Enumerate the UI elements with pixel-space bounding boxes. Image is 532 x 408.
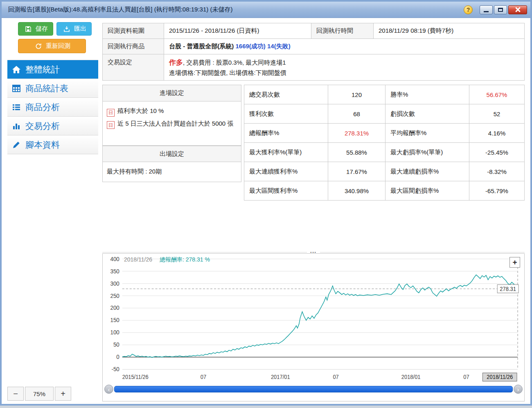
minimize-icon bbox=[484, 11, 489, 12]
stats-row: 總交易次數 120 勝率% 56.67% bbox=[244, 85, 525, 104]
product-result-link[interactable]: 1669(成功) 14(失敗) bbox=[236, 43, 291, 50]
sidebar-nav: 整體統計 商品統計表 商品分析 bbox=[7, 60, 98, 154]
titlebar: 回測報告[選股](Beta版):48.高殖利率且法人買超[台股] (執行時間:0… bbox=[2, 2, 530, 18]
maximize-button[interactable] bbox=[494, 5, 507, 14]
bar-chart-icon bbox=[11, 121, 21, 131]
zoom-in-button[interactable]: + bbox=[55, 387, 71, 401]
stat-label: 最大獲利率%(單筆) bbox=[244, 143, 328, 162]
entry-settings-header: 進場設定 bbox=[103, 85, 241, 101]
stat-label: 平均報酬率% bbox=[385, 124, 469, 143]
entry-rule-text: 近 5 日三大法人合計買超合計大於 5000 張 bbox=[117, 120, 233, 127]
backtest-info-table: 回測資料範圍 2015/11/26 - 2018/11/26 (日資料) 回測執… bbox=[102, 23, 525, 81]
stat-value: 340.98% bbox=[328, 181, 385, 201]
nav-label: 交易分析 bbox=[25, 120, 60, 132]
stats-row: 總報酬率% 278.31% 平均報酬率% 4.16% bbox=[244, 124, 525, 143]
chart-scroll-right-button[interactable]: › bbox=[514, 385, 523, 394]
home-icon bbox=[11, 65, 21, 74]
middle-section: 進場設定 日殖利率大於 10 % 日近 5 日三大法人合計買超合計大於 5000… bbox=[102, 85, 525, 201]
sidebar-item-product-analysis[interactable]: 商品分析 bbox=[7, 97, 98, 116]
stat-value: 4.16% bbox=[469, 124, 525, 143]
sidebar-item-trade-analysis[interactable]: 交易分析 bbox=[7, 116, 98, 135]
svg-text:0: 0 bbox=[116, 354, 119, 361]
stat-label: 最大區間虧損率% bbox=[385, 181, 469, 201]
export-icon bbox=[62, 24, 72, 34]
refresh-icon bbox=[34, 41, 43, 51]
overall-stats-table: 總交易次數 120 勝率% 56.67% 獲利次數 68 虧損次數 52 總報酬… bbox=[244, 85, 525, 201]
trade-line1-rest: , 交易費用 : 股票0.3%, 最大同時進場1 bbox=[183, 59, 286, 66]
close-icon bbox=[515, 7, 521, 12]
stats-row: 獲利次數 68 虧損次數 52 bbox=[244, 104, 525, 124]
total-return-readout: 總報酬率: 278.31 % bbox=[160, 256, 210, 263]
zoom-out-button[interactable]: − bbox=[7, 387, 24, 401]
info-value-trade: 作多, 交易費用 : 股票0.3%, 最大同時進場1 進場價格:下期開盤價, 出… bbox=[164, 54, 525, 81]
stat-label: 獲利次數 bbox=[244, 104, 328, 124]
chart-scroll-left-button[interactable]: ‹ bbox=[104, 385, 113, 394]
strategy-settings-panel: 進場設定 日殖利率大於 10 % 日近 5 日三大法人合計買超合計大於 5000… bbox=[102, 85, 241, 182]
zoom-controls: − 75% + bbox=[7, 387, 71, 401]
close-button[interactable] bbox=[508, 5, 527, 14]
stat-label: 最大連續獲利率% bbox=[244, 162, 328, 181]
stats-row: 最大區間獲利率% 340.98% 最大區間虧損率% -65.79% bbox=[244, 181, 525, 201]
nav-label: 商品統計表 bbox=[25, 83, 68, 94]
svg-text:400: 400 bbox=[110, 255, 119, 262]
entry-rule: 日近 5 日三大法人合計買超合計大於 5000 張 bbox=[107, 118, 237, 129]
sidebar-item-product-stats-table[interactable]: 商品統計表 bbox=[7, 79, 98, 97]
sidebar-item-script-data[interactable]: 腳本資料 bbox=[7, 135, 98, 154]
exit-settings-header: 出場設定 bbox=[103, 146, 241, 162]
cursor-date: 2018/11/26 bbox=[124, 256, 152, 263]
svg-text:278.31: 278.31 bbox=[500, 286, 516, 292]
window-controls: ? bbox=[464, 5, 527, 14]
trade-line-2: 進場價格:下期開盤價, 出場價格:下期開盤價 bbox=[169, 68, 519, 77]
svg-text:-50: -50 bbox=[111, 366, 119, 373]
panel-splitter[interactable]: ••• bbox=[102, 248, 525, 253]
stat-value: -8.32% bbox=[469, 162, 525, 181]
pencil-icon bbox=[11, 140, 21, 150]
stat-label: 總交易次數 bbox=[244, 85, 328, 104]
stat-value: 52 bbox=[469, 104, 525, 124]
minimize-button[interactable] bbox=[480, 5, 493, 14]
info-value-product: 台股 - 普通股全部(系統) 1669(成功) 14(失敗) bbox=[164, 39, 525, 54]
entry-rule-text: 殖利率大於 10 % bbox=[117, 107, 164, 114]
info-row-trade-settings: 交易設定 作多, 交易費用 : 股票0.3%, 最大同時進場1 進場價格:下期開… bbox=[103, 54, 525, 81]
stat-value: 17.67% bbox=[328, 162, 385, 181]
save-icon bbox=[23, 24, 33, 34]
sidebar-item-overall-stats[interactable]: 整體統計 bbox=[7, 60, 98, 79]
trade-line-1: 作多, 交易費用 : 股票0.3%, 最大同時進場1 bbox=[169, 57, 519, 68]
svg-text:350: 350 bbox=[110, 268, 119, 275]
export-label: 匯出 bbox=[74, 25, 86, 33]
stat-value: 55.88% bbox=[328, 143, 385, 162]
info-row-product: 回測執行商品 台股 - 普通股全部(系統) 1669(成功) 14(失敗) bbox=[103, 39, 525, 54]
chart-zoom-in-button[interactable]: + bbox=[509, 257, 520, 268]
help-button[interactable]: ? bbox=[464, 5, 473, 14]
nav-label: 腳本資料 bbox=[25, 139, 60, 151]
stat-label: 虧損次數 bbox=[385, 104, 469, 124]
exit-settings-body: 最大持有時間 : 20期 bbox=[103, 162, 241, 182]
export-button[interactable]: 匯出 bbox=[56, 22, 92, 36]
window-body: 儲存 匯出 重新回測 bbox=[2, 18, 530, 404]
svg-text:2015/11/26: 2015/11/26 bbox=[122, 374, 149, 381]
rerun-backtest-button[interactable]: 重新回測 bbox=[18, 39, 86, 53]
stat-value: -25.45% bbox=[469, 143, 525, 162]
spacer bbox=[102, 201, 525, 248]
chart-scrollbar-thumb[interactable] bbox=[114, 386, 513, 392]
product-name: 台股 - 普通股全部(系統) bbox=[169, 43, 234, 50]
svg-text:150: 150 bbox=[110, 317, 119, 324]
daily-frequency-badge: 日 bbox=[107, 121, 115, 129]
return-chart-panel: 2018/11/26 總報酬率: 278.31 % + 400350300250… bbox=[102, 253, 525, 401]
info-value-range: 2015/11/26 - 2018/11/26 (日資料) bbox=[164, 23, 311, 39]
window-title: 回測報告[選股](Beta版):48.高殖利率且法人買超[台股] (執行時間:0… bbox=[8, 6, 464, 14]
info-value-exec-time: 2018/11/29 08:19 (費時7秒) bbox=[374, 23, 525, 39]
stat-value: 68 bbox=[328, 104, 385, 124]
backtest-report-window: 回測報告[選股](Beta版):48.高殖利率且法人買超[台股] (執行時間:0… bbox=[0, 0, 532, 406]
stat-value: 120 bbox=[328, 85, 385, 104]
svg-text:2017/01: 2017/01 bbox=[271, 374, 290, 381]
info-row-range: 回測資料範圍 2015/11/26 - 2018/11/26 (日資料) 回測執… bbox=[103, 23, 525, 39]
save-button[interactable]: 儲存 bbox=[18, 22, 53, 36]
stat-value: -65.79% bbox=[469, 181, 525, 201]
list-icon bbox=[11, 102, 21, 112]
stat-label: 最大區間獲利率% bbox=[244, 181, 328, 201]
sidebar: 儲存 匯出 重新回測 bbox=[2, 18, 98, 404]
svg-text:07: 07 bbox=[463, 374, 469, 381]
zoom-level: 75% bbox=[25, 387, 54, 401]
total-return-line-chart[interactable]: 400350300250200150100500-502015/11/26072… bbox=[104, 255, 523, 384]
